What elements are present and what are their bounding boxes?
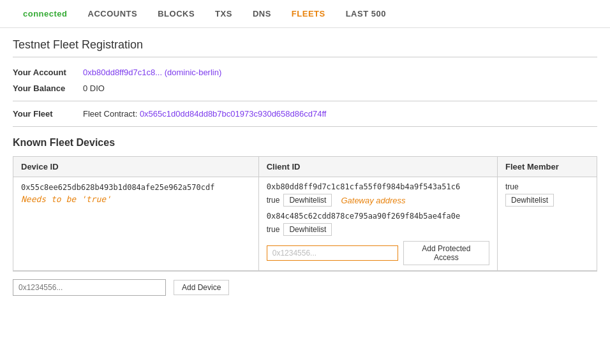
badge-row-1: trueDewhitelist xyxy=(267,223,489,236)
bottom-actions: Add Device xyxy=(13,271,597,298)
client-hash-1: 0x84c485c62cdd878ce795aa90f269f84b5ae4fa… xyxy=(267,212,489,221)
col-header-client-id: Client ID xyxy=(258,157,497,177)
fleet-value: Fleet Contract: 0x565c1d0dd84dd8b7bc0197… xyxy=(83,109,326,119)
account-value: 0xb80dd8ff9d7c1c8... (dominic-berlin) xyxy=(83,68,221,77)
balance-value: 0 DIO xyxy=(83,84,105,93)
nav-blocks[interactable]: BLOCKS xyxy=(147,1,205,26)
col-header-fleet-member: Fleet Member xyxy=(498,157,597,177)
nav-connected[interactable]: connected xyxy=(13,1,78,26)
client-id-cell: 0xb80dd8ff9d7c1c81cfa55f0f984b4a9f543a51… xyxy=(258,177,497,271)
protected-access-input[interactable] xyxy=(267,245,398,261)
account-label: Your Account xyxy=(13,68,83,77)
nav-fleets[interactable]: FLEETS xyxy=(281,1,336,26)
table-header-row: Device ID Client ID Fleet Member xyxy=(13,157,597,177)
protected-access-row: Add Protected Access xyxy=(267,241,489,265)
nav-accounts[interactable]: ACCOUNTS xyxy=(78,1,148,26)
nav-txs[interactable]: TXS xyxy=(205,1,242,26)
top-nav: connectedACCOUNTSBLOCKSTXSDNSFLEETSLAST … xyxy=(0,0,610,28)
fleet-member-status: true xyxy=(505,182,589,191)
fleet-table: Device ID Client ID Fleet Member 0x55c8e… xyxy=(13,156,597,271)
client-hash-0: 0xb80dd8ff9d7c1c81cfa55f0f984b4a9f543a51… xyxy=(267,182,489,191)
page-title: Testnet Fleet Registration xyxy=(13,38,597,57)
client-block-1: 0x84c485c62cdd878ce795aa90f269f84b5ae4fa… xyxy=(267,212,489,236)
client-block-0: 0xb80dd8ff9d7c1c81cfa55f0f984b4a9f543a51… xyxy=(267,182,489,207)
balance-label: Your Balance xyxy=(13,84,83,93)
dewhitelist-button-0[interactable]: Dewhitelist xyxy=(283,194,332,207)
add-device-input[interactable] xyxy=(13,279,166,296)
fleet-contract-prefix: Fleet Contract: xyxy=(83,109,137,119)
balance-row: Your Balance 0 DIO xyxy=(13,84,597,93)
dewhitelist-button-1[interactable]: Dewhitelist xyxy=(283,223,332,236)
device-id-value: 0x55c8ee625db628b493b1d084afe25e962a570c… xyxy=(21,183,214,192)
needs-true-annotation: Needs to be 'true' xyxy=(21,194,251,204)
fleet-dewhitelist-button[interactable]: Dewhitelist xyxy=(505,194,554,207)
main-content: Testnet Fleet Registration Your Account … xyxy=(0,28,610,309)
section-title: Known Fleet Devices xyxy=(13,137,597,149)
divider-2 xyxy=(13,126,597,127)
device-id-cell: 0x55c8ee625db628b493b1d084afe25e962a570c… xyxy=(13,177,259,271)
client-status-0: true xyxy=(267,196,280,205)
fleet-label: Your Fleet xyxy=(13,109,83,119)
nav-last500[interactable]: LAST 500 xyxy=(336,1,396,26)
table-row: 0x55c8ee625db628b493b1d084afe25e962a570c… xyxy=(13,177,597,271)
col-header-device-id: Device ID xyxy=(13,157,259,177)
account-row: Your Account 0xb80dd8ff9d7c1c8... (domin… xyxy=(13,68,597,77)
add-protected-access-button[interactable]: Add Protected Access xyxy=(403,241,489,265)
fleet-row: Your Fleet Fleet Contract: 0x565c1d0dd84… xyxy=(13,109,597,119)
fleet-member-cell: trueDewhitelist xyxy=(498,177,597,271)
account-link[interactable]: 0xb80dd8ff9d7c1c8... (dominic-berlin) xyxy=(83,68,221,77)
client-status-1: true xyxy=(267,225,280,234)
divider-1 xyxy=(13,101,597,101)
nav-dns[interactable]: DNS xyxy=(242,1,281,26)
add-device-button[interactable]: Add Device xyxy=(174,280,229,295)
badge-row-0: trueDewhitelistGateway address xyxy=(267,194,489,207)
fleet-contract-link[interactable]: 0x565c1d0dd84dd8b7bc01973c930d658d86cd74… xyxy=(140,109,327,119)
gateway-annotation: Gateway address xyxy=(341,196,405,205)
